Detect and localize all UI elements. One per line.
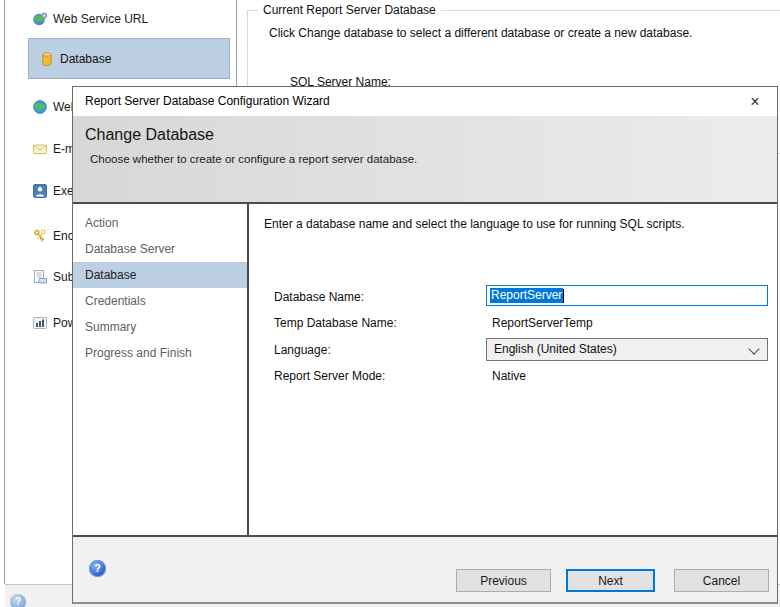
sidebar-item-web-service-url[interactable]: Web Service URL bbox=[32, 9, 148, 29]
sidebar-item-encryption-keys[interactable]: Encr bbox=[32, 226, 78, 246]
nav-item-progress-and-finish[interactable]: Progress and Finish bbox=[73, 340, 247, 366]
dialog-title: Report Server Database Configuration Wiz… bbox=[85, 87, 330, 116]
globe-icon bbox=[32, 99, 48, 115]
language-label: Language: bbox=[274, 343, 331, 357]
nav-item-action[interactable]: Action bbox=[73, 210, 247, 236]
sidebar-item-label: Web Service URL bbox=[53, 12, 148, 26]
nav-item-database-server[interactable]: Database Server bbox=[73, 236, 247, 262]
execution-account-icon bbox=[32, 183, 48, 199]
dialog-titlebar[interactable]: Report Server Database Configuration Wiz… bbox=[73, 87, 777, 116]
groupbox-title: Current Report Server Database bbox=[258, 3, 441, 17]
window-left-border bbox=[4, 0, 5, 584]
background-help-icon[interactable]: ? bbox=[10, 594, 26, 607]
subscription-settings-icon bbox=[32, 269, 48, 285]
wizard-dialog: Report Server Database Configuration Wiz… bbox=[72, 86, 778, 604]
temp-database-name-label: Temp Database Name: bbox=[274, 316, 397, 330]
language-select[interactable]: English (United States) bbox=[486, 338, 768, 361]
language-selected-value: English (United States) bbox=[494, 342, 617, 356]
database-name-input[interactable]: ReportServer bbox=[486, 285, 768, 306]
wizard-steps-nav: Action Database Server Database Credenti… bbox=[73, 204, 249, 535]
groupbox-description: Click Change database to select a differ… bbox=[269, 26, 692, 40]
sidebar-item-label: Database bbox=[60, 52, 111, 66]
encryption-keys-icon bbox=[32, 228, 48, 244]
page-subtitle: Choose whether to create or configure a … bbox=[90, 153, 417, 165]
sidebar-item-execution-account[interactable]: Exe bbox=[32, 181, 74, 201]
database-form: Enter a database name and select the lan… bbox=[249, 204, 777, 535]
next-button[interactable]: Next bbox=[566, 569, 655, 592]
report-server-mode-value: Native bbox=[492, 369, 526, 383]
dialog-header: Change Database Choose whether to create… bbox=[73, 116, 777, 204]
power-bi-icon bbox=[32, 315, 48, 331]
sidebar-item-power-bi[interactable]: Pow bbox=[32, 313, 76, 333]
chevron-down-icon bbox=[748, 343, 759, 354]
sidebar-item-web-portal[interactable]: Web bbox=[32, 97, 77, 117]
text-caret bbox=[563, 289, 564, 303]
sidebar-item-label: Exe bbox=[53, 184, 74, 198]
help-icon[interactable]: ? bbox=[89, 560, 106, 577]
web-service-url-icon bbox=[32, 11, 48, 27]
sidebar-item-database[interactable]: Database bbox=[28, 38, 230, 79]
page-title: Change Database bbox=[85, 126, 214, 144]
database-name-label: Database Name: bbox=[274, 290, 364, 304]
close-icon[interactable]: × bbox=[741, 90, 769, 114]
email-icon bbox=[32, 141, 48, 157]
screen: Web Service URL Database Web E-m Exe bbox=[0, 0, 780, 607]
nav-item-database[interactable]: Database bbox=[73, 262, 247, 288]
dialog-body: Action Database Server Database Credenti… bbox=[73, 204, 777, 537]
nav-item-credentials[interactable]: Credentials bbox=[73, 288, 247, 314]
cancel-button[interactable]: Cancel bbox=[674, 569, 769, 592]
temp-database-name-value: ReportServerTemp bbox=[492, 316, 593, 330]
form-instruction: Enter a database name and select the lan… bbox=[264, 217, 685, 231]
previous-button[interactable]: Previous bbox=[456, 569, 551, 592]
sidebar-item-email[interactable]: E-m bbox=[32, 139, 75, 159]
nav-item-summary[interactable]: Summary bbox=[73, 314, 247, 340]
database-name-value: ReportServer bbox=[490, 288, 563, 303]
dialog-footer: ? Previous Next Cancel bbox=[73, 537, 777, 602]
report-server-mode-label: Report Server Mode: bbox=[274, 369, 385, 383]
database-icon bbox=[39, 51, 55, 67]
